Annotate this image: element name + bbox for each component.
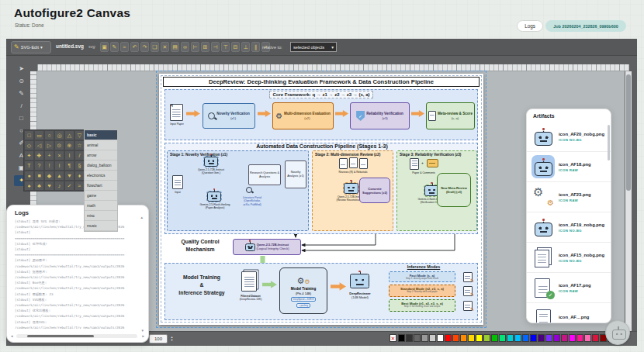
color-swatch[interactable] [406, 334, 413, 342]
edit-source-icon[interactable]: ✎ [110, 42, 119, 52]
shape-item[interactable]: ♣ [34, 181, 44, 191]
shape-category[interactable]: game [85, 191, 117, 201]
zoom-stepper[interactable]: ▲▼ [169, 334, 175, 343]
color-swatch[interactable] [576, 334, 583, 342]
main-menu-button[interactable]: ✎ SVG-Edit ▾ [11, 41, 51, 53]
zoom-tool-icon[interactable]: ⊙ [14, 76, 29, 87]
color-swatch[interactable] [499, 334, 506, 342]
shape-item[interactable]: ◇ [24, 140, 34, 150]
line-tool-icon[interactable]: / [14, 101, 29, 112]
artifact-item[interactable]: icon_AF19_nobg.png ICON NO-BG [527, 212, 611, 243]
shape-category[interactable]: dialog_balloon [85, 160, 117, 171]
artifacts-scrollbar-thumb[interactable] [608, 125, 610, 160]
logs-body[interactable]: [stdout] 最终 SVG 已保存:/codework/air/linche… [15, 219, 144, 329]
color-swatch[interactable] [468, 334, 475, 342]
no-color-swatch[interactable]: ✕ [390, 334, 396, 342]
color-swatch[interactable] [522, 334, 529, 342]
scroll-right-icon[interactable]: ► [142, 335, 145, 339]
color-swatch[interactable] [507, 334, 514, 342]
shape-category[interactable]: flowchart [85, 181, 117, 191]
artifact-item[interactable]: icon_AF23.png ICON RAW [527, 182, 611, 212]
color-swatch[interactable] [592, 334, 599, 342]
color-swatch[interactable] [538, 334, 545, 342]
shape-item[interactable]: ♥ [44, 181, 54, 191]
shape-item[interactable]: ✚ [34, 150, 44, 160]
shape-category[interactable]: basic [85, 130, 117, 140]
shape-item[interactable]: ¶ [64, 160, 74, 171]
export-image-icon[interactable]: ▣ [100, 42, 109, 52]
color-swatch[interactable] [553, 334, 560, 342]
shape-item[interactable]: ⊕ [64, 140, 74, 150]
shape-category[interactable]: music [85, 221, 117, 231]
shape-item[interactable]: ◁ [34, 140, 44, 150]
color-swatch[interactable] [460, 334, 467, 342]
color-swatch[interactable] [545, 334, 552, 342]
artifact-item[interactable]: icon_AF15_nobg.png ICON NO-BG [527, 243, 611, 273]
distribute-h-icon[interactable]: ∥ [251, 42, 260, 52]
shape-category[interactable]: animal [85, 140, 117, 150]
workspace-scrollbar-thumb[interactable] [626, 74, 631, 191]
color-swatch[interactable] [452, 334, 459, 342]
link-icon[interactable]: ∞ [181, 42, 189, 52]
artifact-item[interactable]: icon_AF20_nobg.png ICON NO-BG [527, 122, 611, 152]
select-tool-icon[interactable]: ➤ [14, 64, 29, 74]
shape-item[interactable]: ✦ [24, 150, 34, 160]
document-title[interactable]: untitled.svg [56, 43, 84, 49]
color-swatch[interactable] [421, 334, 428, 342]
shape-item[interactable]: ♠ [24, 181, 34, 191]
shape-item[interactable]: △ [64, 130, 74, 140]
shape-category[interactable]: electronics [85, 171, 117, 181]
pencil-tool-icon[interactable]: ✎ [14, 88, 29, 99]
shape-item[interactable]: ! [44, 160, 54, 171]
shape-item[interactable]: ■ [34, 171, 44, 181]
clone-icon[interactable]: ❏ [151, 42, 159, 52]
color-swatch[interactable] [561, 334, 568, 342]
align-top-icon[interactable]: ⊤ [221, 42, 230, 52]
shape-item[interactable]: □ [24, 130, 34, 140]
scroll-left-icon[interactable]: ◄ [10, 335, 13, 339]
color-swatch[interactable] [483, 334, 490, 342]
shape-item[interactable]: I [64, 150, 74, 160]
shape-item[interactable]: i [54, 160, 64, 171]
undo-icon[interactable]: ↶ [130, 42, 139, 52]
color-swatch[interactable] [429, 334, 436, 342]
shape-item[interactable]: ◎ [54, 130, 64, 140]
color-swatch[interactable] [437, 334, 444, 342]
shape-item[interactable]: T [24, 160, 34, 171]
shape-category[interactable]: arrow [85, 150, 117, 160]
color-swatch[interactable] [530, 334, 537, 342]
color-swatch[interactable] [584, 334, 591, 342]
color-swatch[interactable] [445, 334, 452, 342]
shape-category[interactable]: math [85, 201, 117, 211]
shape-item[interactable]: ▼ [64, 171, 74, 181]
shape-item[interactable]: ● [24, 171, 34, 181]
delete-icon[interactable]: ✕ [161, 42, 169, 52]
align-bottom-icon[interactable]: ⊥ [241, 42, 250, 52]
shape-category[interactable]: misc [85, 211, 117, 221]
color-swatch[interactable] [491, 334, 498, 342]
artifact-item[interactable]: icon_AF18.png ICON RAW [527, 152, 611, 182]
artifact-item[interactable]: icon_AF…png [527, 303, 611, 323]
shape-item[interactable]: × [54, 150, 64, 160]
move-top-icon[interactable]: ▤ [171, 42, 179, 52]
shape-item[interactable]: ? [34, 160, 44, 171]
align-middle-icon[interactable]: ⊟ [231, 42, 240, 52]
color-swatch[interactable] [414, 334, 421, 342]
rect-tool-icon[interactable]: □ [14, 113, 29, 124]
logs-button[interactable]: Logs [517, 20, 543, 32]
logs-hscrollbar-thumb[interactable] [27, 335, 94, 337]
shape-item[interactable]: ✓ [64, 181, 74, 191]
wave-icon[interactable]: ≈ [120, 42, 129, 52]
color-swatch[interactable] [569, 334, 576, 342]
shape-item[interactable]: ▲ [54, 171, 64, 181]
artifact-item[interactable]: icon_AF17.png ICON RAW [527, 273, 611, 303]
scroll-down-icon[interactable]: ▼ [141, 330, 144, 333]
svg-canvas-page[interactable]: DeepReview: Deep-thinking Evaluation Fra… [159, 74, 483, 325]
redo-icon[interactable]: ↷ [140, 42, 149, 52]
shape-item[interactable]: ◆ [44, 171, 54, 181]
shape-item[interactable]: ○ [44, 130, 54, 140]
assistant-robot-button[interactable] [605, 320, 630, 345]
align-right-icon[interactable]: ⊣ [211, 42, 220, 52]
shape-item[interactable]: + [44, 150, 54, 160]
shape-item[interactable]: ▭ [34, 130, 44, 140]
